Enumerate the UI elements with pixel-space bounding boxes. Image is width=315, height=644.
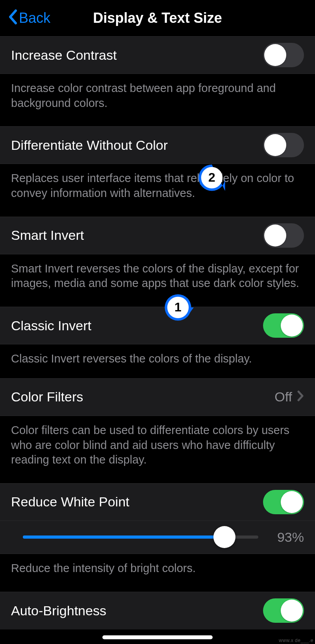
- home-indicator[interactable]: [102, 635, 213, 639]
- toggle-knob: [281, 491, 303, 513]
- toggle-knob: [264, 224, 286, 247]
- footer-smart-invert: Smart Invert reverses the colors of the …: [0, 254, 315, 307]
- slider-fill: [23, 535, 224, 539]
- color-filters-value: Off: [274, 389, 292, 405]
- row-diff-without-color[interactable]: Differentiate Without Color: [0, 126, 315, 164]
- settings-screen: Back Display & Text Size Increase Contra…: [0, 0, 315, 644]
- chevron-left-icon: [8, 9, 17, 28]
- row-label: Smart Invert: [11, 228, 84, 243]
- row-label: Increase Contrast: [11, 48, 117, 63]
- toggle-knob: [281, 315, 303, 337]
- footer-diff-without-color: Replaces user interface items that rely …: [0, 164, 315, 216]
- back-label: Back: [19, 10, 50, 26]
- slider-thumb[interactable]: [213, 526, 235, 548]
- row-label: Auto-Brightness: [11, 603, 106, 618]
- toggle-increase-contrast[interactable]: [263, 43, 304, 67]
- row-label: Color Filters: [11, 389, 83, 405]
- white-point-slider[interactable]: [23, 535, 258, 539]
- row-label: Reduce White Point: [11, 494, 130, 510]
- row-label: Differentiate Without Color: [11, 138, 168, 153]
- row-label: Classic Invert: [11, 318, 91, 333]
- page-title: Display & Text Size: [93, 10, 222, 26]
- row-classic-invert[interactable]: Classic Invert: [0, 307, 315, 344]
- back-button[interactable]: Back: [8, 9, 50, 28]
- toggle-knob: [264, 134, 286, 156]
- row-color-filters[interactable]: Color Filters Off: [0, 378, 315, 416]
- footer-reduce-white-point: Reduce the intensity of bright colors.: [0, 554, 315, 592]
- toggle-classic-invert[interactable]: [263, 313, 304, 338]
- row-auto-brightness[interactable]: Auto-Brightness: [0, 592, 315, 629]
- toggle-knob: [281, 600, 303, 622]
- footer-classic-invert: Classic Invert reverses the colors of th…: [0, 344, 315, 378]
- toggle-knob: [264, 44, 286, 66]
- row-smart-invert[interactable]: Smart Invert: [0, 217, 315, 254]
- toggle-diff-without-color[interactable]: [263, 133, 304, 157]
- toggle-reduce-white-point[interactable]: [263, 490, 304, 514]
- row-increase-contrast[interactable]: Increase Contrast: [0, 36, 315, 74]
- slider-row-white-point: 93%: [0, 521, 315, 554]
- footer-increase-contrast: Increase color contrast between app fore…: [0, 74, 315, 126]
- white-point-percent: 93%: [269, 530, 304, 545]
- toggle-auto-brightness[interactable]: [263, 598, 304, 623]
- footer-color-filters: Color filters can be used to differentia…: [0, 416, 315, 483]
- watermark: www.x de___.e: [279, 638, 313, 643]
- row-value: Off: [274, 388, 304, 405]
- navbar: Back Display & Text Size: [0, 0, 315, 36]
- toggle-smart-invert[interactable]: [263, 223, 304, 248]
- row-reduce-white-point[interactable]: Reduce White Point: [0, 483, 315, 521]
- chevron-right-icon: [297, 388, 304, 405]
